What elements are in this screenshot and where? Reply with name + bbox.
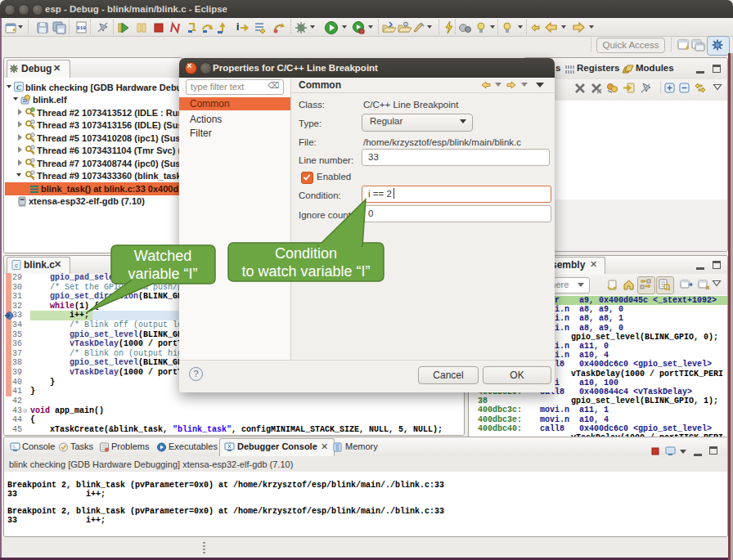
svg-text:Condition: Condition (275, 245, 337, 262)
svg-text:variable “I”: variable “I” (128, 266, 197, 282)
svg-text:to watch variable “I”: to watch variable “I” (241, 263, 370, 280)
svg-text:Watched: Watched (134, 248, 191, 264)
